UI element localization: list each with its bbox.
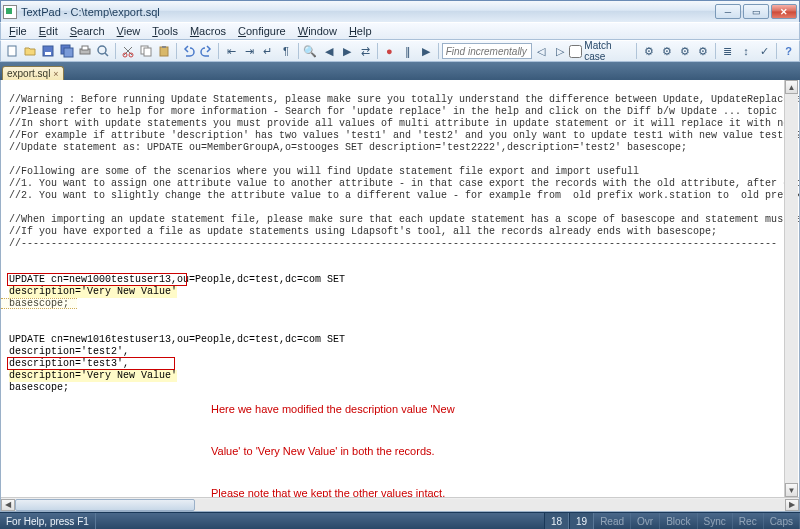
svg-point-7 (98, 46, 106, 54)
open-icon[interactable] (21, 42, 38, 60)
svg-rect-12 (144, 48, 151, 56)
scroll-thumb[interactable] (15, 499, 195, 511)
line: description='test3', (9, 358, 129, 369)
status-hint: For Help, press F1 (0, 513, 96, 529)
maximize-button[interactable]: ▭ (743, 4, 769, 19)
svg-rect-6 (82, 46, 88, 50)
vertical-scrollbar[interactable]: ▲ ▼ (784, 80, 798, 497)
scroll-right-icon[interactable]: ▶ (785, 499, 799, 511)
menu-search[interactable]: Search (64, 24, 111, 38)
find-next-icon[interactable]: ▶ (338, 42, 355, 60)
menu-help[interactable]: Help (343, 24, 378, 38)
titlebar: TextPad - C:\temp\export.sql ─ ▭ ✕ (0, 0, 800, 22)
sort-icon[interactable]: ↕ (737, 42, 754, 60)
find-prev-icon[interactable]: ◀ (320, 42, 337, 60)
menu-window[interactable]: Window (292, 24, 343, 38)
compare-icon[interactable]: ≣ (719, 42, 736, 60)
status-line: 18 (544, 513, 569, 529)
menu-macros[interactable]: Macros (184, 24, 232, 38)
new-icon[interactable] (3, 42, 20, 60)
line: basescope; (9, 298, 69, 309)
line: description='test2', (9, 346, 129, 357)
preview-icon[interactable] (95, 42, 112, 60)
status-caps: Caps (764, 513, 800, 529)
indent-right-icon[interactable]: ⇥ (241, 42, 258, 60)
show-chars-icon[interactable]: ¶ (277, 42, 294, 60)
status-rec: Rec (733, 513, 764, 529)
cut-icon[interactable] (119, 42, 136, 60)
find-icon[interactable]: 🔍 (302, 42, 319, 60)
copy-icon[interactable] (137, 42, 154, 60)
redo-icon[interactable] (198, 42, 215, 60)
toolbar: ⇤ ⇥ ↵ ¶ 🔍 ◀ ▶ ⇄ ● ‖ ▶ ◁ ▷ Match case ⚙ ⚙… (0, 40, 800, 62)
horizontal-scrollbar[interactable]: ◀ ▶ (1, 497, 799, 511)
find-input[interactable] (442, 43, 532, 59)
statusbar: For Help, press F1 18 19 Read Ovr Block … (0, 512, 800, 529)
save-icon[interactable] (40, 42, 57, 60)
window-title: TextPad - C:\temp\export.sql (21, 6, 715, 18)
tool-3-icon[interactable]: ⚙ (677, 42, 694, 60)
line: UPDATE cn=new1016testuser13,ou=People,dc… (9, 334, 345, 345)
tab-label: export.sql (7, 68, 50, 79)
spell-icon[interactable]: ✓ (756, 42, 773, 60)
line: //Update statement as: UPDATE ou=MemberG… (9, 142, 687, 153)
scroll-down-icon[interactable]: ▼ (785, 483, 798, 497)
line: //--------------------------------------… (9, 238, 777, 249)
menu-tools[interactable]: Tools (146, 24, 184, 38)
print-icon[interactable] (76, 42, 93, 60)
wordwrap-icon[interactable]: ↵ (259, 42, 276, 60)
editor[interactable]: //Warning : Before running Update Statem… (1, 80, 799, 497)
line: //In short with update statements you mu… (9, 118, 799, 129)
menu-edit[interactable]: Edit (33, 24, 64, 38)
svg-rect-13 (160, 47, 168, 56)
line-highlighted: description='Very New Value' (9, 370, 177, 382)
menu-view[interactable]: View (111, 24, 147, 38)
close-button[interactable]: ✕ (771, 4, 797, 19)
undo-icon[interactable] (180, 42, 197, 60)
indent-left-icon[interactable]: ⇤ (222, 42, 239, 60)
status-col: 19 (569, 513, 594, 529)
menu-file[interactable]: File (3, 24, 33, 38)
line: //Warning : Before running Update Statem… (9, 94, 799, 105)
svg-line-8 (105, 53, 108, 56)
editor-area: //Warning : Before running Update Statem… (0, 80, 800, 512)
menubar: File Edit Search View Tools Macros Confi… (0, 22, 800, 40)
line: //2. You want to slightly change the att… (9, 190, 799, 201)
svg-rect-2 (45, 52, 51, 55)
scroll-up-icon[interactable]: ▲ (785, 80, 798, 94)
tab-export-sql[interactable]: export.sql × (2, 66, 64, 80)
status-block: Block (660, 513, 697, 529)
find-go-prev-icon[interactable]: ◁ (533, 42, 550, 60)
tool-4-icon[interactable]: ⚙ (695, 42, 712, 60)
line: //If you have exported a file as update … (9, 226, 717, 237)
line: //Please refer to help for more informat… (9, 106, 777, 117)
line: //Following are some of the scenarios wh… (9, 166, 639, 177)
record-icon[interactable]: ● (381, 42, 398, 60)
minimize-button[interactable]: ─ (715, 4, 741, 19)
help-icon[interactable]: ? (780, 42, 797, 60)
svg-rect-14 (162, 46, 166, 48)
play-icon[interactable]: ▶ (417, 42, 434, 60)
scroll-left-icon[interactable]: ◀ (1, 499, 15, 511)
pause-icon[interactable]: ‖ (399, 42, 416, 60)
line: //When importing an update statement fil… (9, 214, 799, 225)
match-case-checkbox[interactable]: Match case (569, 40, 633, 62)
saveall-icon[interactable] (58, 42, 75, 60)
annotation: Here we have modified the description va… (211, 374, 455, 497)
line: basescope; (9, 382, 69, 393)
tool-2-icon[interactable]: ⚙ (658, 42, 675, 60)
line-highlighted: description='Very New Value' (9, 286, 177, 298)
tab-close-icon[interactable]: × (53, 69, 58, 79)
line: //1. You want to assign one attribute va… (9, 178, 799, 189)
tabbar: export.sql × (0, 62, 800, 80)
replace-icon[interactable]: ⇄ (357, 42, 374, 60)
line: UPDATE cn=new1000testuser13,ou=People,dc… (9, 274, 345, 285)
status-read: Read (594, 513, 631, 529)
svg-rect-4 (64, 48, 73, 57)
menu-configure[interactable]: Configure (232, 24, 292, 38)
status-sync: Sync (698, 513, 733, 529)
paste-icon[interactable] (155, 42, 172, 60)
svg-rect-0 (8, 46, 16, 56)
find-go-next-icon[interactable]: ▷ (551, 42, 568, 60)
tool-1-icon[interactable]: ⚙ (640, 42, 657, 60)
